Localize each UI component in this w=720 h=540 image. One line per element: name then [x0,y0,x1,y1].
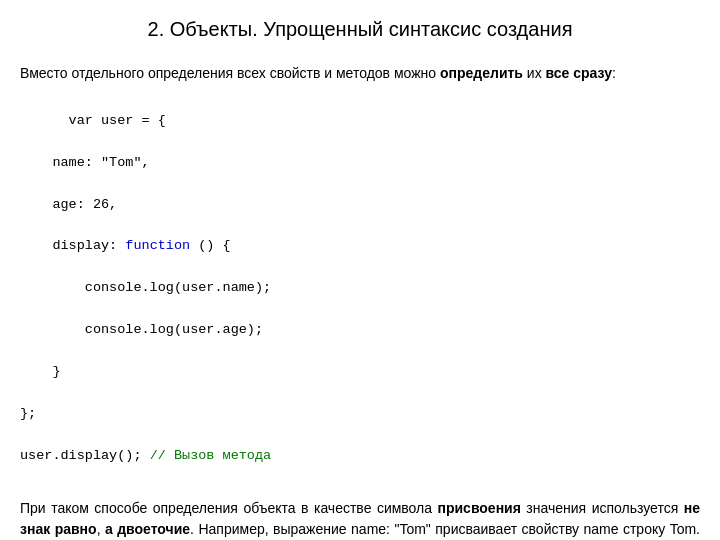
code-keyword-function: function [125,238,190,253]
slide-title: 2. Объекты. Упрощенный синтаксис создани… [0,0,720,53]
code-line8: }; [20,406,36,421]
code-line7: } [20,364,61,379]
code-block: var user = { name: "Tom", age: 26, displ… [20,90,700,488]
code-line6: console.log(user.age); [20,322,263,337]
code-line2: name: "Tom", [20,155,150,170]
code-line3: age: 26, [20,197,117,212]
code-line4-post: () { [190,238,231,253]
slide-container: 2. Объекты. Упрощенный синтаксис создани… [0,0,720,540]
outro-text2: значения используется [521,500,684,516]
outro-text: При таком способе определения объекта в … [20,498,700,540]
intro-after-bold1: их [523,65,546,81]
intro-bold2: все сразу [546,65,612,81]
outro-bold3: а двоеточие [105,521,190,537]
intro-bold1: определить [440,65,523,81]
intro-end: : [612,65,616,81]
outro-text1: При таком способе определения объекта в … [20,500,438,516]
outro-bold1: присвоения [438,500,521,516]
code-line5: console.log(user.name); [20,280,271,295]
intro-text: Вместо отдельного определения всех свойс… [20,63,700,84]
intro-before-bold: Вместо отдельного определения всех свойс… [20,65,440,81]
code-line4-pre: display: [20,238,125,253]
outro-text3: , [97,521,105,537]
code-line9-pre: user.display(); [20,448,150,463]
slide-content: Вместо отдельного определения всех свойс… [0,53,720,540]
code-line1: var user = { [69,113,166,128]
code-comment: // Вызов метода [150,448,272,463]
